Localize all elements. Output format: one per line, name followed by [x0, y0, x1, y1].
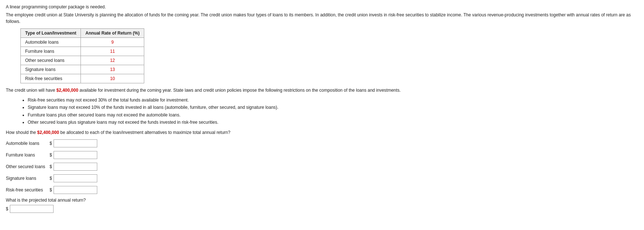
section-text: The credit union will have $2,400,000 av… [6, 87, 638, 94]
dollar-sign-signature: $ [50, 176, 52, 181]
table-cell-rate: 13 [81, 65, 144, 74]
input-label-furniture: Furniture loans [6, 152, 50, 158]
table-cell-rate: 12 [81, 56, 144, 65]
intro-line1: A linear programming computer package is… [6, 4, 638, 9]
intro-line2: The employee credit union at State Unive… [6, 12, 638, 25]
dollar-sign-other_secured: $ [50, 164, 52, 169]
input-row-auto: Automobile loans$ [6, 139, 638, 147]
input-field-auto[interactable] [54, 139, 97, 147]
table-row: Other secured loans12 [21, 56, 144, 65]
amount-highlight: $2,400,000 [56, 88, 78, 93]
input-label-signature: Signature loans [6, 176, 50, 181]
return-label: What is the projected total annual retur… [6, 198, 638, 203]
table-cell-type: Risk-free securities [21, 74, 81, 83]
inputs-container: Automobile loans$Furniture loans$Other s… [6, 139, 638, 194]
table-cell-type: Furniture loans [21, 47, 81, 56]
restrictions-list: Risk-free securities may not exceed 30% … [28, 96, 638, 126]
table-cell-type: Automobile loans [21, 38, 81, 47]
input-row-signature: Signature loans$ [6, 174, 638, 182]
return-section: What is the projected total annual retur… [6, 198, 638, 213]
input-field-other_secured[interactable] [54, 163, 97, 171]
table-cell-rate: 11 [81, 47, 144, 56]
table-cell-rate: 9 [81, 38, 144, 47]
return-row: $ [6, 205, 638, 213]
input-row-risk_free: Risk-free securities$ [6, 186, 638, 194]
input-field-risk_free[interactable] [54, 186, 97, 194]
table-row: Signature loans13 [21, 65, 144, 74]
table-row: Automobile loans9 [21, 38, 144, 47]
question-text: How should the $2,400,000 be allocated t… [6, 130, 638, 135]
restriction-item: Risk-free securities may not exceed 30% … [28, 96, 638, 104]
table-row: Risk-free securities10 [21, 74, 144, 83]
loan-table: Type of Loan/Investment Annual Rate of R… [20, 28, 144, 83]
return-input[interactable] [10, 205, 54, 213]
input-row-other_secured: Other secured loans$ [6, 163, 638, 171]
dollar-sign-auto: $ [50, 141, 52, 146]
dollar-sign-risk_free: $ [50, 187, 52, 193]
restriction-item: Signature loans may not exceed 10% of th… [28, 104, 638, 111]
question-amount-highlight: $2,400,000 [37, 130, 59, 135]
restriction-item: Furniture loans plus other secured loans… [28, 111, 638, 119]
table-row: Furniture loans11 [21, 47, 144, 56]
table-cell-type: Other secured loans [21, 56, 81, 65]
return-dollar-sign: $ [6, 206, 8, 211]
col2-header: Annual Rate of Return (%) [81, 29, 144, 38]
input-field-signature[interactable] [54, 174, 97, 182]
restriction-item: Other secured loans plus signature loans… [28, 119, 638, 126]
input-row-furniture: Furniture loans$ [6, 151, 638, 159]
col1-header: Type of Loan/Investment [21, 29, 81, 38]
table-cell-type: Signature loans [21, 65, 81, 74]
input-label-auto: Automobile loans [6, 141, 50, 146]
loan-table-wrapper: Type of Loan/Investment Annual Rate of R… [20, 28, 638, 83]
dollar-sign-furniture: $ [50, 152, 52, 158]
table-cell-rate: 10 [81, 74, 144, 83]
input-label-other_secured: Other secured loans [6, 164, 50, 169]
input-label-risk_free: Risk-free securities [6, 187, 50, 193]
input-field-furniture[interactable] [54, 151, 97, 159]
